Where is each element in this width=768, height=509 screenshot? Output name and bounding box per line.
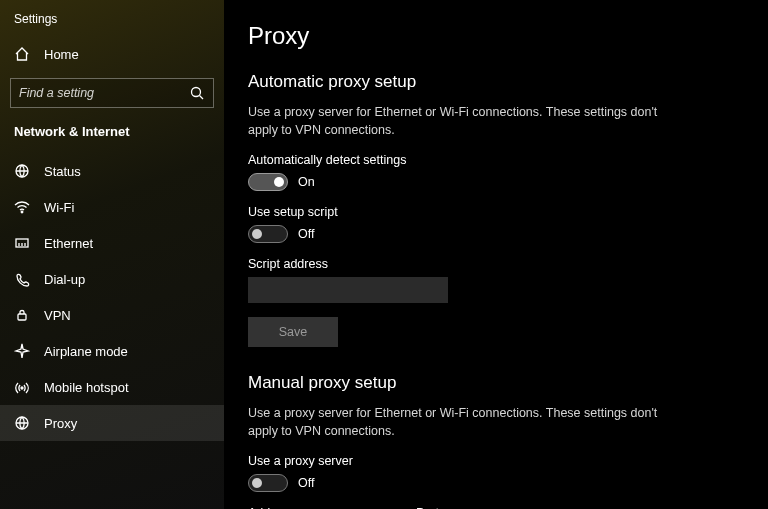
save-button[interactable]: Save <box>248 317 338 347</box>
script-state: Off <box>298 227 314 241</box>
wifi-icon <box>14 199 30 215</box>
sidebar-item-label: Mobile hotspot <box>44 380 129 395</box>
svg-point-5 <box>21 387 23 389</box>
home-link[interactable]: Home <box>0 38 224 70</box>
sidebar-item-label: Status <box>44 164 81 179</box>
vpn-icon <box>14 307 30 323</box>
sidebar-item-label: Ethernet <box>44 236 93 251</box>
category-heading: Network & Internet <box>0 122 224 153</box>
page-title: Proxy <box>248 22 744 50</box>
auto-heading: Automatic proxy setup <box>248 72 744 92</box>
use-proxy-state: Off <box>298 476 314 490</box>
sidebar-item-ethernet[interactable]: Ethernet <box>0 225 224 261</box>
detect-state: On <box>298 175 315 189</box>
sidebar-item-proxy[interactable]: Proxy <box>0 405 224 441</box>
home-icon <box>14 46 30 62</box>
ethernet-icon <box>14 235 30 251</box>
sidebar-item-wifi[interactable]: Wi-Fi <box>0 189 224 225</box>
sidebar-item-label: Wi-Fi <box>44 200 74 215</box>
script-toggle-label: Use setup script <box>248 205 744 219</box>
sidebar-item-vpn[interactable]: VPN <box>0 297 224 333</box>
search-box[interactable] <box>10 78 214 108</box>
script-addr-label: Script address <box>248 257 744 271</box>
script-address-input[interactable] <box>248 277 448 303</box>
use-proxy-label: Use a proxy server <box>248 454 744 468</box>
airplane-icon <box>14 343 30 359</box>
sidebar-item-label: Proxy <box>44 416 77 431</box>
manual-desc: Use a proxy server for Ethernet or Wi-Fi… <box>248 405 668 440</box>
sidebar-item-dialup[interactable]: Dial-up <box>0 261 224 297</box>
detect-toggle[interactable] <box>248 173 288 191</box>
script-toggle[interactable] <box>248 225 288 243</box>
sidebar-item-airplane[interactable]: Airplane mode <box>0 333 224 369</box>
auto-desc: Use a proxy server for Ethernet or Wi-Fi… <box>248 104 668 139</box>
sidebar-item-status[interactable]: Status <box>0 153 224 189</box>
hotspot-icon <box>14 379 30 395</box>
app-title: Settings <box>0 8 224 38</box>
sidebar-item-label: Airplane mode <box>44 344 128 359</box>
sidebar-item-label: VPN <box>44 308 71 323</box>
use-proxy-toggle[interactable] <box>248 474 288 492</box>
main-content: Proxy Automatic proxy setup Use a proxy … <box>224 0 768 509</box>
svg-point-0 <box>192 88 201 97</box>
search-input[interactable] <box>19 86 189 100</box>
sidebar-item-label: Dial-up <box>44 272 85 287</box>
detect-label: Automatically detect settings <box>248 153 744 167</box>
home-label: Home <box>44 47 79 62</box>
svg-point-2 <box>21 211 23 213</box>
sidebar: Settings Home Network & Internet Status … <box>0 0 224 509</box>
search-icon <box>189 85 205 101</box>
proxy-icon <box>14 415 30 431</box>
sidebar-item-hotspot[interactable]: Mobile hotspot <box>0 369 224 405</box>
manual-heading: Manual proxy setup <box>248 373 744 393</box>
svg-rect-4 <box>18 314 26 320</box>
status-icon <box>14 163 30 179</box>
dialup-icon <box>14 271 30 287</box>
